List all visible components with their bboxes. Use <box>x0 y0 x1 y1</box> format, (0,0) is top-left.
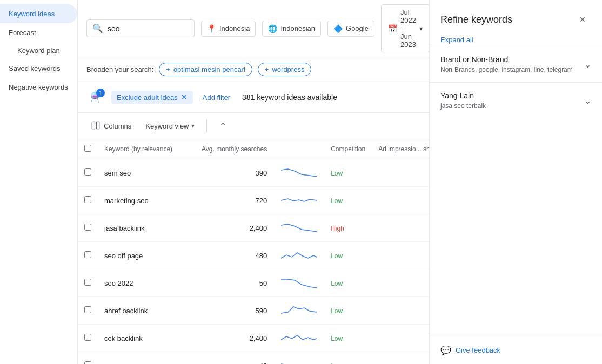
select-all-header[interactable] <box>78 139 98 159</box>
trend-chart <box>280 275 318 291</box>
ad-impression-cell <box>372 297 429 325</box>
avg-monthly-cell: 2,400 <box>195 214 273 242</box>
expand-all-button[interactable]: Expand all <box>430 33 602 46</box>
refine-section-brand: Brand or Non-Brand Non-Brands, google, i… <box>430 46 602 82</box>
avg-monthly-value: 40 <box>259 362 267 365</box>
select-all-checkbox[interactable] <box>84 145 91 152</box>
trend-chart <box>280 247 318 264</box>
competition-cell: Low <box>324 269 372 297</box>
competition-cell: High <box>324 214 372 242</box>
broaden-chip-optimasi[interactable]: + optimasi mesin pencari <box>159 63 252 76</box>
keyword-cell: marketing seo <box>98 187 195 214</box>
table-row: ahref backlink 590 Low <box>78 297 429 325</box>
keyword-cell: cek backlink <box>98 325 195 352</box>
keyword-cell: jasa backlink <box>98 214 195 242</box>
close-refine-button[interactable]: × <box>574 11 591 28</box>
refine-section-yang-lain-header[interactable]: Yang Lain jasa seo terbaik ⌄ <box>440 91 591 110</box>
feedback-icon: 💬 <box>440 345 451 355</box>
row-checkbox-cell[interactable] <box>78 325 98 352</box>
search-input[interactable] <box>108 24 183 33</box>
feedback-button[interactable]: 💬 Give feedback <box>440 345 500 355</box>
row-checkbox[interactable] <box>84 251 91 258</box>
trend-chart <box>280 165 318 181</box>
plus-icon: + <box>166 65 170 73</box>
competition-header: Competition <box>324 139 372 159</box>
sidebar-item-label: Negative keywords <box>9 83 68 92</box>
refine-section-brand-header[interactable]: Brand or Non-Brand Non-Brands, google, i… <box>440 55 591 73</box>
row-checkbox-cell[interactable] <box>78 242 98 269</box>
refine-section-yang-lain-title: Yang Lain <box>440 91 486 100</box>
ad-impression-cell <box>372 159 429 187</box>
feedback-bar: 💬 Give feedback <box>430 336 602 364</box>
avg-monthly-value: 720 <box>255 197 267 205</box>
ad-impression-cell <box>372 214 429 242</box>
keyword-cell: seo 2022 <box>98 269 195 297</box>
trend-cell <box>273 214 324 242</box>
search-box[interactable]: 🔍 <box>86 19 195 37</box>
competition-value: Low <box>331 170 343 177</box>
keyword-cell: seo onpage <box>98 352 195 365</box>
collapse-button[interactable]: ⌃ <box>215 117 232 134</box>
add-filter-button[interactable]: Add filter <box>198 91 235 104</box>
keyword-table-wrapper: Keyword (by relevance) Avg. monthly sear… <box>78 139 429 364</box>
calendar-icon: 📅 <box>388 24 397 33</box>
row-checkbox[interactable] <box>84 168 91 176</box>
sidebar-item-keyword-ideas[interactable]: Keyword ideas <box>0 4 77 23</box>
location-icon: 📍 <box>207 24 216 33</box>
columns-button[interactable]: Columns <box>86 118 136 134</box>
exclude-adult-chip[interactable]: Exclude adult ideas ✕ <box>111 91 193 104</box>
broaden-bar: Broaden your search: + optimasi mesin pe… <box>78 57 429 82</box>
competition-cell: Low <box>324 242 372 269</box>
filter-badge: 1 <box>96 89 105 97</box>
trend-cell <box>273 269 324 297</box>
filter-icon-button[interactable]: ⚗️ 1 <box>86 87 106 107</box>
language-chip[interactable]: 🌐 Indonesian <box>262 21 321 37</box>
sidebar-item-saved-keywords[interactable]: Saved keywords <box>0 59 77 78</box>
row-checkbox[interactable] <box>84 334 91 341</box>
network-icon: 🔷 <box>333 24 343 33</box>
close-icon[interactable]: ✕ <box>181 93 188 102</box>
keyword-cell: sem seo <box>98 159 195 187</box>
avg-monthly-cell: 50 <box>195 269 273 297</box>
trend-cell <box>273 187 324 214</box>
sidebar-item-negative-keywords[interactable]: Negative keywords <box>0 78 77 98</box>
date-range-chip[interactable]: 📅 Jul 2022 – Jun 2023 ▾ <box>381 4 429 52</box>
broaden-chip-wordpress[interactable]: + wordpress <box>258 63 312 76</box>
row-checkbox[interactable] <box>84 279 91 286</box>
keyword-view-button[interactable]: Keyword view ▾ <box>141 120 198 132</box>
avg-monthly-value: 50 <box>259 279 267 287</box>
avg-monthly-value: 390 <box>255 169 267 177</box>
sidebar-item-keyword-plan[interactable]: Keyword plan <box>9 42 77 59</box>
row-checkbox-cell[interactable] <box>78 187 98 214</box>
ad-impression-cell <box>372 352 429 365</box>
keyword-text: seo off page <box>104 252 143 260</box>
language-icon: 🌐 <box>268 24 277 33</box>
row-checkbox[interactable] <box>84 196 91 203</box>
row-checkbox-cell[interactable] <box>78 214 98 242</box>
row-checkbox-cell[interactable] <box>78 352 98 365</box>
trend-chart <box>280 220 318 236</box>
filter-bar: ⚗️ 1 Exclude adult ideas ✕ Add filter 38… <box>78 82 429 113</box>
sidebar-item-forecast[interactable]: Forecast <box>0 23 77 42</box>
keyword-text: ahref backlink <box>104 307 148 315</box>
competition-cell: Low <box>324 352 372 365</box>
location-chip[interactable]: 📍 Indonesia <box>201 21 256 37</box>
ad-impression-header: Ad impressio... sha... <box>372 139 429 159</box>
ad-impression-cell <box>372 269 429 297</box>
trend-chart <box>280 302 318 319</box>
competition-cell: Low <box>324 187 372 214</box>
plus-icon: + <box>265 65 269 73</box>
svg-rect-1 <box>97 122 99 129</box>
language-label: Indonesian <box>280 24 315 32</box>
row-checkbox-cell[interactable] <box>78 269 98 297</box>
table-row: marketing seo 720 Low <box>78 187 429 214</box>
keyword-cell: ahref backlink <box>98 297 195 325</box>
ad-impression-cell <box>372 187 429 214</box>
row-checkbox-cell[interactable] <box>78 297 98 325</box>
row-checkbox[interactable] <box>84 361 91 364</box>
table-row: seo 2022 50 Low <box>78 269 429 297</box>
row-checkbox[interactable] <box>84 224 91 231</box>
row-checkbox-cell[interactable] <box>78 159 98 187</box>
network-chip[interactable]: 🔷 Google <box>327 21 374 37</box>
row-checkbox[interactable] <box>84 306 91 313</box>
